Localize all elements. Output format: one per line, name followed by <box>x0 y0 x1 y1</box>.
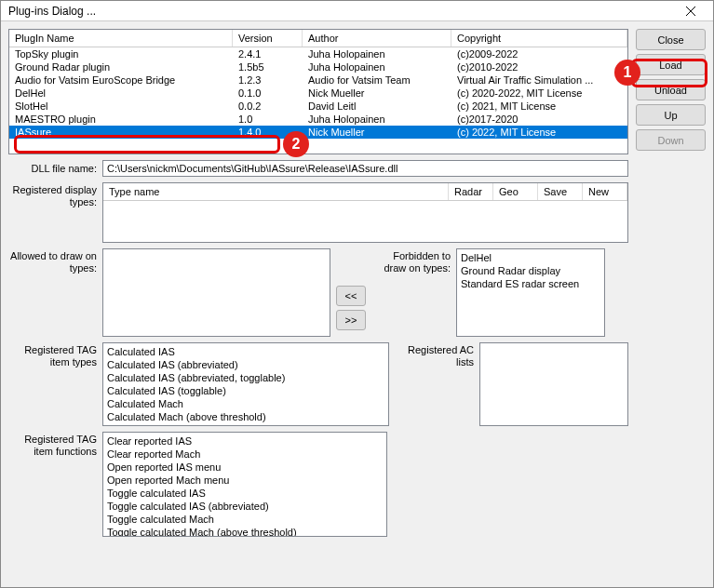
reg-ac-lists-label: Registered AC lists <box>395 342 474 368</box>
table-cell-copyright: (c)2009-2022 <box>451 47 627 60</box>
load-button[interactable]: Load <box>636 54 706 75</box>
list-item[interactable]: Calculated IAS (togglable) <box>107 384 384 397</box>
up-button[interactable]: Up <box>636 104 706 126</box>
titlebar: Plug-ins Dialog ... <box>1 1 713 21</box>
move-right-button[interactable]: >> <box>336 310 366 330</box>
registered-display-types-table[interactable]: Type name Radar Geo Save New <box>102 182 628 243</box>
dll-file-path[interactable]: C:\Users\nickm\Documents\GitHub\IASsure\… <box>102 160 628 177</box>
list-item[interactable]: Toggle calculated Mach <box>107 513 383 526</box>
col-header-name[interactable]: PlugIn Name <box>9 30 233 47</box>
list-item[interactable]: Clear reported IAS <box>107 434 383 448</box>
list-item[interactable]: Calculated Mach (above threshold, toggla… <box>107 423 384 426</box>
dll-file-label: DLL file name: <box>8 163 97 174</box>
plugin-table[interactable]: PlugIn Name Version Author Copyright Top… <box>8 29 628 154</box>
table-cell-version: 1.4.0 <box>233 126 303 139</box>
table-row[interactable]: MAESTRO plugin1.0Juha Holopainen(c)2017-… <box>9 113 627 126</box>
table-cell-author: Juha Holopainen <box>303 113 451 126</box>
list-item[interactable]: DelHel <box>461 251 600 264</box>
table-cell-copyright: (c)2010-2022 <box>451 60 627 74</box>
type-header-new[interactable]: New <box>583 183 627 200</box>
allowed-label: Allowed to draw on types: <box>8 248 97 274</box>
list-item[interactable]: Toggle calculated IAS (abbreviated) <box>107 500 383 513</box>
table-row[interactable]: Ground Radar plugin1.5b5Juha Holopainen(… <box>9 60 627 74</box>
table-cell-version: 1.0 <box>233 113 303 126</box>
plugin-table-header: PlugIn Name Version Author Copyright <box>9 30 627 47</box>
table-cell-author: David Leitl <box>303 100 451 113</box>
table-cell-name: Audio for Vatsim EuroScope Bridge <box>9 74 233 87</box>
list-item[interactable]: Clear reported Mach <box>107 448 383 461</box>
reg-tag-funcs-label: Registered TAG item functions <box>8 432 97 458</box>
table-cell-author: Juha Holopainen <box>303 47 451 60</box>
type-header-geo[interactable]: Geo <box>493 183 538 200</box>
table-cell-author: Audio for Vatsim Team <box>303 74 451 87</box>
list-item[interactable]: Open reported Mach menu <box>107 474 383 487</box>
table-cell-version: 1.2.3 <box>233 74 303 87</box>
table-cell-author: Juha Holopainen <box>303 60 451 74</box>
dialog-window: Plug-ins Dialog ... PlugIn Name Version … <box>0 0 714 588</box>
table-cell-copyright: (c) 2020-2022, MIT License <box>451 87 627 100</box>
table-cell-copyright: (c) 2022, MIT License <box>451 126 627 139</box>
table-cell-copyright: Virtual Air Traffic Simulation ... <box>451 74 627 87</box>
table-cell-copyright: (c)2017-2020 <box>451 113 627 126</box>
table-cell-author: Nick Mueller <box>303 126 451 139</box>
table-cell-name: MAESTRO plugin <box>9 113 233 126</box>
list-item[interactable]: Standard ES radar screen <box>461 277 600 290</box>
table-cell-version: 2.4.1 <box>233 47 303 60</box>
table-cell-name: TopSky plugin <box>9 47 233 60</box>
reg-display-label: Registered display types: <box>8 182 97 208</box>
col-header-author[interactable]: Author <box>303 30 451 47</box>
down-button[interactable]: Down <box>636 129 706 151</box>
window-title: Plug-ins Dialog ... <box>5 5 672 18</box>
table-row[interactable]: Audio for Vatsim EuroScope Bridge1.2.3Au… <box>9 74 627 87</box>
table-row[interactable]: IASsure1.4.0Nick Mueller(c) 2022, MIT Li… <box>9 126 627 139</box>
list-item[interactable]: Calculated Mach (above threshold) <box>107 410 384 423</box>
table-cell-author: Nick Mueller <box>303 87 451 100</box>
table-cell-name: Ground Radar plugin <box>9 60 233 74</box>
list-item[interactable]: Calculated Mach <box>107 397 384 410</box>
col-header-copyright[interactable]: Copyright <box>451 30 627 47</box>
list-item[interactable]: Open reported IAS menu <box>107 461 383 474</box>
table-cell-version: 0.0.2 <box>233 100 303 113</box>
type-header-save[interactable]: Save <box>538 183 583 200</box>
table-row[interactable]: SlotHel0.0.2David Leitl(c) 2021, MIT Lic… <box>9 100 627 113</box>
type-header-radar[interactable]: Radar <box>449 183 493 200</box>
table-cell-version: 1.5b5 <box>233 60 303 74</box>
close-button[interactable]: Close <box>636 29 706 50</box>
forbidden-draw-list[interactable]: DelHelGround Radar displayStandard ES ra… <box>456 248 605 337</box>
reg-tag-items-label: Registered TAG item types <box>8 342 97 368</box>
list-item[interactable]: Calculated IAS (abbreviated, togglable) <box>107 371 384 384</box>
list-item[interactable]: Calculated IAS <box>107 345 384 358</box>
ac-lists-list[interactable] <box>479 342 628 426</box>
table-row[interactable]: TopSky plugin2.4.1Juha Holopainen(c)2009… <box>9 47 627 60</box>
table-cell-name: DelHel <box>9 87 233 100</box>
list-item[interactable]: Toggle calculated IAS <box>107 487 383 500</box>
list-item[interactable]: Ground Radar display <box>461 264 600 277</box>
list-item[interactable]: Calculated IAS (abbreviated) <box>107 358 384 371</box>
forbidden-label: Forbidden to draw on types: <box>371 248 451 274</box>
table-cell-copyright: (c) 2021, MIT License <box>451 100 627 113</box>
table-cell-name: SlotHel <box>9 100 233 113</box>
table-cell-name: IASsure <box>9 126 233 139</box>
type-header-type[interactable]: Type name <box>103 183 449 200</box>
allowed-draw-list[interactable] <box>102 248 330 337</box>
col-header-version[interactable]: Version <box>233 30 303 47</box>
tag-item-functions-list[interactable]: Clear reported IASClear reported MachOpe… <box>102 432 387 537</box>
table-cell-version: 0.1.0 <box>233 87 303 100</box>
unload-button[interactable]: Unload <box>636 79 706 100</box>
tag-item-types-list[interactable]: Calculated IASCalculated IAS (abbreviate… <box>102 342 389 426</box>
close-icon[interactable] <box>672 2 709 20</box>
list-item[interactable]: Toggle calculated Mach (above threshold) <box>107 526 383 537</box>
move-left-button[interactable]: << <box>336 286 366 306</box>
table-row[interactable]: DelHel0.1.0Nick Mueller(c) 2020-2022, MI… <box>9 87 627 100</box>
